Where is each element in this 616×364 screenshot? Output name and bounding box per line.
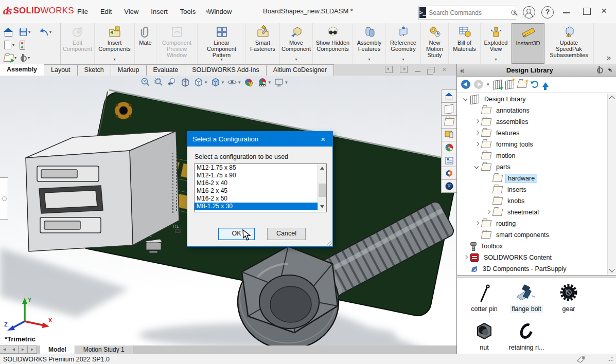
search-icon[interactable]	[511, 9, 512, 16]
doc-minimize-icon[interactable]	[415, 71, 420, 72]
linear-pattern-dropdown[interactable]: ▾	[220, 57, 222, 63]
open-button[interactable]: ▾	[4, 54, 20, 62]
options-gear-icon[interactable]	[596, 66, 603, 74]
zoom-to-fit-button[interactable]	[140, 77, 150, 87]
tab-layout[interactable]: Layout	[44, 64, 78, 76]
tree-item-assemblies[interactable]: assemblies	[457, 116, 608, 128]
undo-dropdown[interactable]: ▾	[49, 30, 51, 34]
scroll-down-icon[interactable]	[320, 205, 324, 208]
save-button[interactable]: ▾	[20, 28, 40, 36]
prev-tab-button[interactable]	[9, 345, 19, 354]
move-up-icon[interactable]	[542, 82, 549, 87]
linear-component-pattern-button[interactable]: Linear Component Pattern ▾	[198, 23, 246, 64]
view-orientation-button[interactable]: ▾	[193, 77, 207, 87]
expander-icon[interactable]	[485, 209, 492, 216]
tree-item-routing[interactable]: routing	[457, 218, 608, 229]
reference-geometry-button[interactable]: Reference Geometry ▾	[386, 23, 421, 64]
tree-item-smart-components[interactable]: smart components	[457, 229, 608, 241]
last-tab-button[interactable]	[27, 345, 37, 354]
pane-right-icon[interactable]	[400, 66, 408, 73]
menu-insert[interactable]: Insert	[145, 8, 174, 15]
expander-icon[interactable]	[462, 254, 469, 261]
insert-components-button[interactable]: Insert Components ▾	[95, 23, 135, 64]
scroll-up-icon[interactable]	[609, 96, 614, 101]
config-option[interactable]: M12-1.75 x 90	[195, 172, 326, 179]
bill-of-materials-button[interactable]: Bill of Materials	[449, 23, 481, 64]
view-settings-button[interactable]: ▾	[274, 77, 288, 87]
tree-item-parts[interactable]: parts	[457, 161, 608, 173]
display-style-button[interactable]: ▾	[210, 77, 224, 87]
first-tab-button[interactable]	[0, 345, 9, 354]
tab-evaluate[interactable]: Evaluate	[146, 64, 186, 76]
tab-altium-codesigner[interactable]: Altium CoDesigner	[266, 64, 334, 76]
back-button[interactable]	[461, 80, 470, 89]
refresh-icon[interactable]	[531, 80, 539, 88]
minimize-button[interactable]	[563, 12, 570, 13]
undo-button[interactable]: ▾	[40, 29, 61, 36]
move-component-button[interactable]: Move Component ▾	[280, 23, 313, 64]
tree-item-hardware[interactable]: hardware	[457, 173, 608, 184]
dialog-close-icon[interactable]: ×	[319, 135, 327, 143]
task-pane-tab-file-explorer[interactable]	[441, 115, 457, 129]
exploded-view-dropdown[interactable]: ▾	[495, 57, 497, 63]
config-option[interactable]: M16-2 x 40	[195, 179, 326, 187]
add-file-location-icon[interactable]	[505, 79, 514, 89]
config-option[interactable]: M12-1.75 x 85	[195, 164, 326, 172]
create-new-folder-icon[interactable]	[517, 81, 527, 88]
performance-evaluation-button[interactable]	[20, 41, 40, 50]
new-document-button[interactable]: ▾	[4, 41, 20, 49]
tree-item-features[interactable]: features	[457, 128, 608, 139]
view-orientation-caret[interactable]: ▾	[205, 80, 207, 85]
tree-scrollbar[interactable]	[607, 94, 616, 275]
tree-item-knobs[interactable]: knobs	[457, 195, 608, 207]
open-dropdown[interactable]: ▾	[14, 56, 16, 60]
tree-item-inserts[interactable]: inserts	[457, 184, 608, 195]
task-pane-tab-appearances[interactable]	[441, 141, 457, 154]
apply-scene-button[interactable]: ▾	[257, 77, 271, 87]
task-pane-tab-solidworks-forum[interactable]	[441, 167, 457, 180]
dialog-resize-grip[interactable]	[327, 241, 332, 246]
hide-show-caret[interactable]: ▾	[238, 80, 241, 85]
zoom-to-area-button[interactable]	[153, 77, 164, 87]
scrollbar-thumb[interactable]	[319, 184, 326, 197]
expander-icon[interactable]	[473, 130, 481, 137]
configuration-listbox[interactable]: M12-1.75 x 85 M12-1.75 x 90 M16-2 x 40 M…	[194, 163, 327, 212]
expander-icon[interactable]	[473, 220, 481, 227]
expander-icon[interactable]	[462, 96, 469, 103]
new-motion-study-button[interactable]: New Motion Study	[421, 23, 449, 64]
featuremanager-flyout-tab[interactable]	[0, 177, 8, 220]
menu-tools[interactable]: Tools	[174, 8, 202, 15]
resize-grip[interactable]	[608, 357, 613, 361]
add-to-library-icon[interactable]	[493, 79, 502, 89]
tab-assembly[interactable]: Assembly	[0, 64, 44, 76]
tree-item-toolbox[interactable]: Toolbox	[457, 241, 608, 252]
tab-sketch[interactable]: Sketch	[77, 64, 111, 76]
previous-view-button[interactable]	[167, 77, 177, 87]
task-pane-tab-design-library[interactable]	[441, 102, 457, 116]
config-option[interactable]: M16-2 x 50	[195, 195, 326, 203]
scroll-down-icon[interactable]	[609, 266, 614, 272]
pane-left-icon[interactable]	[385, 66, 393, 73]
display-style-caret[interactable]: ▾	[222, 80, 224, 85]
tree-item-solidworks-content[interactable]: SOLIDWORKS Content	[457, 252, 608, 263]
config-option[interactable]: M16-2 x 45	[195, 187, 326, 195]
instant3d-button[interactable]: Instant3D	[512, 23, 544, 64]
search-commands-box[interactable]: >_ ▾	[418, 6, 516, 20]
reference-geometry-dropdown[interactable]: ▾	[402, 57, 404, 63]
show-hidden-components-button[interactable]: Show Hidden Components	[313, 23, 353, 64]
ribbon-overflow-button[interactable]: »	[607, 53, 611, 62]
mate-button[interactable]: Mate	[135, 23, 156, 64]
search-input[interactable]	[427, 9, 511, 16]
expander-icon[interactable]	[473, 163, 481, 171]
close-button[interactable]: ×	[601, 5, 607, 16]
thumbnail-gear[interactable]: gear	[547, 282, 591, 313]
tree-item-annotations[interactable]: annotations	[457, 105, 608, 116]
task-pane-tab-view-palette[interactable]	[441, 128, 457, 141]
history-dropdown-caret[interactable]: ▾	[487, 82, 489, 87]
smart-fasteners-button[interactable]: Smart Fasteners	[246, 23, 280, 64]
view-settings-caret[interactable]: ▾	[285, 80, 288, 85]
task-pane-tab-home[interactable]	[441, 89, 457, 103]
cancel-button[interactable]: Cancel	[267, 228, 306, 240]
menu-view[interactable]: View	[118, 8, 145, 15]
doc-restore-icon[interactable]	[429, 67, 435, 72]
